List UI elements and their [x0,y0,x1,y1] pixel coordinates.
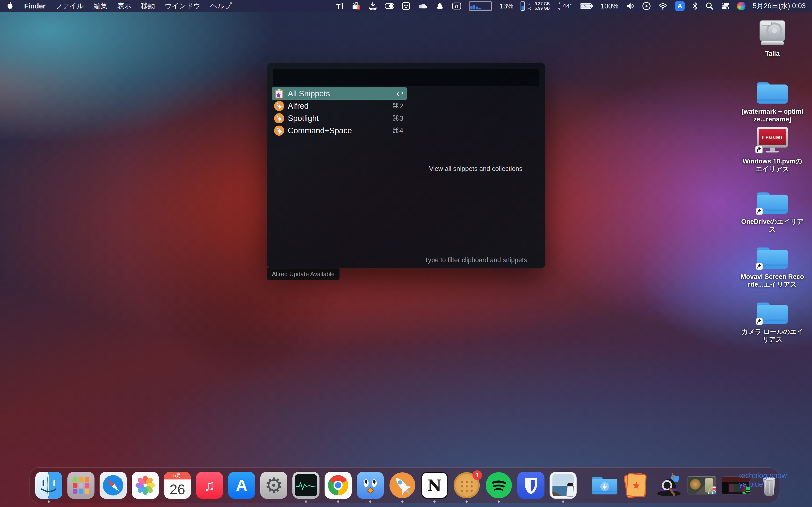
dock-marsedit[interactable] [389,472,416,499]
snippet-row-shortcut: ⌘4 [392,126,403,135]
snippet-row-label: Command+Space [288,126,389,135]
alfred-menu-hat-icon[interactable] [435,1,445,11]
snippet-row-all-snippets[interactable]: All Snippets ↩ [272,88,407,100]
dock-calendar[interactable]: 5月 26 [164,472,191,499]
activity-monitor-icon [292,472,319,499]
menu-go[interactable]: 移動 [141,1,155,11]
toolbox-icon[interactable] [352,1,361,11]
dock-downloads-folder[interactable] [591,472,618,499]
menu-help[interactable]: ヘルプ [210,1,232,11]
snippet-search-input[interactable] [273,68,540,87]
dock-safari[interactable] [100,472,126,499]
chrome-icon [324,472,352,499]
bluetooth-icon[interactable] [692,1,698,11]
dock-biscuit[interactable]: 1 [453,472,480,499]
snippet-row-label: Spotlight [288,114,389,123]
snippet-row-spotlight[interactable]: Spotlight ⌘3 [272,112,407,124]
dock-chrome[interactable] [324,472,352,499]
desktop-icon-talia[interactable]: Talia [736,16,809,57]
running-indicator [434,501,436,503]
biscuit-icon: 1 [453,472,480,499]
dock-music[interactable]: ♫ [196,472,223,499]
active-app-name[interactable]: Finder [24,2,46,10]
desktop-icon-label: Windows 10.pvmのエイリアス [741,157,804,173]
desktop-icon-movavi-alias[interactable]: Movavi Screen Recorde...エイリアス [736,239,809,288]
play-status-icon[interactable] [642,1,651,11]
spotlight-icon[interactable] [705,1,714,11]
dock-alfred[interactable] [655,472,682,499]
battery-icon[interactable] [580,1,593,11]
dock-tweetbot[interactable] [357,472,384,499]
dock: 5月 26 ♫ A ⚙ [30,467,779,503]
running-indicator [305,501,307,503]
menu-bar: Finder ファイル 編集 表示 移動 ウインドウ ヘルプ T [0,0,812,12]
alfred-update-tooltip[interactable]: Alfred Update Available [267,268,340,280]
safari-icon [100,472,126,499]
cpu-history-widget[interactable] [469,1,492,11]
desktop-icon-label: Movavi Screen Recorde...エイリアス [741,273,804,288]
siri-icon[interactable] [737,2,746,10]
volume-icon[interactable] [626,1,635,11]
download-dropzone-icon[interactable] [368,1,377,11]
filter-hint: Type to filter clipboard and snippets [412,257,540,264]
dock-app-store[interactable]: A [228,472,255,499]
alfred-rocket-icon [274,113,285,124]
dock-movie-tickets-stack[interactable]: ★ [623,472,650,499]
desktop-icon-label: カメラ ロールのエイリアス [741,328,804,343]
apple-menu-icon[interactable] [6,1,14,11]
finder-icon [35,472,62,499]
running-indicator [562,501,564,503]
menu-window[interactable]: ウインドウ [164,1,200,11]
alfred-rocket-icon [274,101,285,111]
dock-launchpad[interactable] [67,472,95,499]
cpu-percent[interactable]: 13% [499,2,513,10]
desktop-icon-label: Talia [765,50,779,57]
input-source-badge[interactable]: A [675,1,684,11]
snippet-row-label: Alfred [288,101,389,111]
menu-file[interactable]: ファイル [55,1,84,11]
wifi-icon[interactable] [658,1,668,11]
weather-widget[interactable]: SEN 44° [557,2,572,10]
desktop-icon-onedrive-alias[interactable]: OneDriveのエイリアス [736,184,809,233]
folder-alias-icon [756,294,789,326]
snippet-row-alfred[interactable]: Alfred ⌘2 [272,100,407,112]
chrome-badge-icon [709,488,716,495]
all-snippets-clipboard-icon [274,89,285,99]
dock-image-watermark-app[interactable] [550,472,576,499]
dock-minimized-game-window[interactable] [688,472,717,499]
dock-notion[interactable]: N [421,472,448,499]
svg-text:T: T [337,2,341,10]
text-input-tool-icon[interactable]: T [336,1,345,11]
snippet-row-label: All Snippets [288,89,393,98]
memory-widget[interactable]: U:9.37 GB F:5.99 GB [520,1,550,11]
dock-spotify[interactable] [485,472,512,499]
menu-view[interactable]: 表示 [117,1,131,11]
trackpad-gesture-icon[interactable] [452,1,462,11]
desktop-icon-watermark-folder[interactable]: [watermark + optimize...rename] [736,74,809,123]
dock-bitwarden[interactable] [517,472,545,499]
notion-icon: N [421,472,448,499]
menu-clock[interactable]: 5月26日(水) 0:03 [753,1,806,11]
desktop-screen: Finder ファイル 編集 表示 移動 ウインドウ ヘルプ T [0,0,812,507]
sidebar-toggle-icon[interactable] [385,1,394,11]
dock-photos[interactable] [132,472,159,499]
running-indicator [466,501,468,503]
desktop-icon-windows10-alias[interactable]: || Parallels Windows 10.pvmのエイリアス [736,124,809,173]
movie-tickets-stack-icon: ★ [623,472,650,499]
calendar-icon: 5月 26 [164,472,191,499]
dock-finder[interactable] [35,472,62,499]
snippet-row-command-space[interactable]: Command+Space ⌘4 [272,124,407,137]
tweetbot-menu-icon[interactable] [402,1,410,11]
onedrive-icon[interactable] [418,1,428,11]
running-indicator [48,501,50,503]
desktop-icon-camera-roll-alias[interactable]: カメラ ロールのエイリアス [736,294,809,343]
battery-percent[interactable]: 100% [601,2,618,10]
dock-activity-monitor[interactable] [292,472,319,499]
weather-temp: 44° [563,2,572,10]
dock-system-preferences[interactable]: ⚙ [260,472,287,499]
menu-edit[interactable]: 編集 [94,1,108,11]
control-center-icon[interactable] [721,1,729,11]
notification-badge: 1 [472,470,482,480]
running-indicator [498,501,500,503]
downloads-folder-icon [591,472,618,499]
